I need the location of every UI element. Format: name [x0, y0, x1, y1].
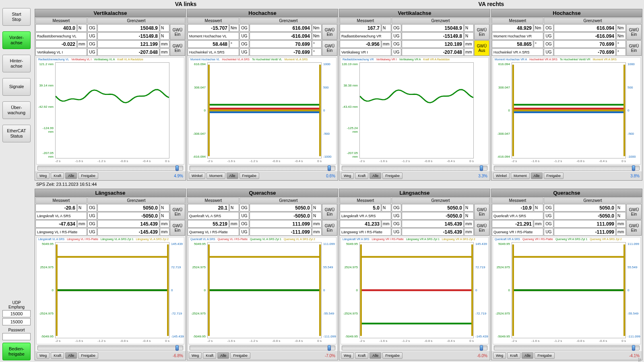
panel-title: Vertikalachse [339, 9, 490, 17]
gwu1-button[interactable]: GWÜEin [322, 204, 337, 220]
mess1-value: 5.0 [340, 204, 381, 212]
kraft-button[interactable]: Kraft [203, 352, 216, 359]
mess2-label: Hochwinkel VL A SRS [188, 48, 239, 56]
mess2-label: Längsweg VR I RS-Platte [340, 228, 391, 236]
start-stop-button[interactable]: StartStop [2, 8, 31, 26]
mess1-value: -20.6 [35, 204, 77, 212]
messwert-header: Messwert [35, 197, 87, 204]
mess2-label: Vertikalweg VL I [35, 48, 87, 56]
mess1-label: Längskraft VR A SRS [340, 212, 391, 220]
alle-button[interactable]: Alle [65, 352, 77, 359]
weg-button[interactable]: Weg [341, 173, 354, 179]
kraft-button[interactable]: Kraft [355, 173, 368, 179]
mess1-label: Radlastüberwachung VL [35, 32, 87, 40]
mess2-value: -21.291 [492, 220, 533, 228]
gwu1-button[interactable]: GWÜEin [626, 24, 642, 40]
kraft-button[interactable]: Kraft [51, 352, 64, 359]
panel-5: Querachse Messwert 20.1N Querkraft VL A … [187, 189, 338, 360]
gwu2-button[interactable]: GWÜEin [322, 220, 337, 236]
alle-button[interactable]: Alle [522, 352, 533, 359]
kraft-button[interactable]: Kraft [51, 173, 64, 179]
grenzwert-header: Grenzwert [544, 18, 642, 24]
weg-button[interactable]: Weg [189, 352, 202, 359]
alle-button[interactable]: Alle [369, 352, 381, 359]
gwu1-button[interactable]: GWÜEin [322, 24, 337, 40]
percent-value: 3.3% [478, 174, 488, 178]
freigabe-button[interactable]: Freigabe [230, 352, 250, 359]
time-slider[interactable] [494, 346, 640, 350]
password-input[interactable] [2, 333, 31, 340]
time-slider[interactable] [37, 346, 183, 350]
gwu2-button[interactable]: GWÜEin [170, 220, 185, 236]
alle-button[interactable]: Alle [531, 173, 543, 179]
gwu2-button[interactable]: GWÜEin [322, 40, 337, 56]
vorderachse-button[interactable]: Vorder-achse [2, 31, 31, 49]
panel-title: Hochachse [491, 9, 642, 17]
mess1-value: -15.707 [188, 24, 229, 32]
freigabe-button[interactable]: Freigabe [544, 173, 564, 179]
mess2-label: Querweg VL I RS-Platte [188, 228, 239, 236]
mess1-label: Moment Hochachse VR [492, 32, 543, 40]
ethercat-button[interactable]: EtherCATStatus [2, 125, 31, 142]
winkel-button[interactable]: Winkel [493, 173, 510, 179]
gwu1-button[interactable]: GWÜEin [626, 204, 642, 220]
mess1-label: Querkraft VR A SRS [492, 212, 543, 220]
moment-button[interactable]: Moment [511, 173, 530, 179]
time-slider[interactable] [190, 346, 335, 350]
freigabe-button[interactable]: Freigabe [78, 352, 98, 359]
gwu1-button[interactable]: GWÜEin [474, 204, 489, 220]
time-slider[interactable] [37, 166, 183, 171]
mess2-value: 41.233 [340, 220, 381, 228]
gwu1-button[interactable]: GWÜEin [170, 204, 185, 220]
bedienfreigabe-button[interactable]: Bedien-freigabe [2, 343, 31, 360]
weg-button[interactable]: Weg [493, 352, 506, 359]
weg-button[interactable]: Weg [341, 352, 354, 359]
weg-button[interactable]: Weg [37, 352, 50, 359]
gwu1-button[interactable]: GWÜEin [474, 24, 489, 40]
header-left: VA links [33, 0, 339, 9]
percent-value: 0.6% [326, 174, 336, 178]
freigabe-button[interactable]: Freigabe [239, 173, 260, 179]
moment-button[interactable]: Moment [206, 173, 225, 179]
messwert-header: Messwert [340, 197, 391, 204]
kraft-button[interactable]: Kraft [355, 352, 368, 359]
messwert-header: Messwert [492, 197, 543, 204]
grenzwert-header: Grenzwert [239, 18, 337, 24]
mess2-value: 58.448 [188, 40, 229, 48]
gwu2-button[interactable]: GWÜEin [474, 220, 489, 236]
time-slider[interactable] [494, 166, 640, 171]
alle-button[interactable]: Alle [217, 352, 229, 359]
gwu2-button[interactable]: GWÜEin [626, 40, 642, 56]
hinterachse-button[interactable]: Hinter-achse [2, 55, 31, 72]
grenzwert-header: Grenzwert [544, 197, 642, 204]
alle-button[interactable]: Alle [369, 173, 381, 179]
kraft-button[interactable]: Kraft [507, 352, 520, 359]
mess1-label: Radlastüberwachung VR [340, 32, 391, 40]
mess2-label: Vertikalweg VR I [340, 48, 391, 56]
gwu2-button[interactable]: GWÜAus [474, 40, 489, 56]
chart: Radlastüberwachung VRVertikalweg VR IVer… [341, 57, 489, 165]
grenzwert-header: Grenzwert [392, 18, 489, 24]
freigabe-button[interactable]: Freigabe [382, 352, 402, 359]
grenzwert-header: Grenzwert [87, 197, 185, 204]
gwu2-button[interactable]: GWÜEin [170, 40, 185, 56]
freigabe-button[interactable]: Freigabe [382, 173, 402, 179]
mess1-label: Moment Hochachse VL [188, 32, 239, 40]
signale-button[interactable]: Signale [2, 78, 31, 96]
percent-value: -4.1% [629, 354, 640, 358]
freigabe-button[interactable]: Freigabe [78, 173, 98, 179]
time-slider[interactable] [342, 166, 487, 171]
winkel-button[interactable]: Winkel [189, 173, 205, 179]
panel-title: Querachse [491, 189, 642, 197]
uberwachung-button[interactable]: Über-wachung [2, 101, 31, 119]
freigabe-button[interactable]: Freigabe [535, 352, 555, 359]
percent-value: -6.8% [173, 354, 184, 358]
alle-button[interactable]: Alle [65, 173, 77, 179]
gwu2-button[interactable]: GWÜEin [626, 220, 642, 236]
alle-button[interactable]: Alle [227, 173, 238, 179]
mess2-value: 58.865 [492, 40, 533, 48]
time-slider[interactable] [342, 346, 487, 350]
weg-button[interactable]: Weg [37, 173, 50, 179]
time-slider[interactable] [190, 166, 335, 171]
gwu1-button[interactable]: GWÜEin [170, 24, 185, 40]
